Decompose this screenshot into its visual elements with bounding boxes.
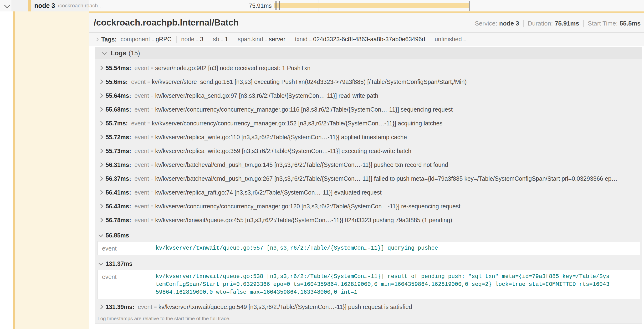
timeline-header[interactable]: 75.91ms [89, 0, 644, 12]
service-color-bar [28, 0, 31, 12]
tag-key: sb [213, 36, 219, 43]
log-timestamp: 131.39ms: [106, 304, 134, 310]
equals-sign: = [264, 37, 268, 42]
log-entry[interactable]: 56.41ms:event=kv/kvserver/replica_raft.g… [95, 186, 642, 199]
log-timestamp: 55.68ms: [106, 106, 131, 113]
log-message: server/node.go:902 [n3] node received re… [155, 64, 310, 72]
span-title: /cockroach.roachpb.Internal/Batch [94, 18, 239, 28]
log-entry-expanded-header[interactable]: 56.85ms [95, 230, 642, 240]
chevron-right-icon [98, 66, 103, 70]
tag-value: 024d3323-6c8f-4863-aa8b-37ab0e63496d [313, 36, 425, 43]
chevron-down-icon [4, 2, 10, 8]
chevron-right-icon [98, 135, 103, 140]
log-tick-mark [276, 1, 277, 10]
log-message: kv/kvserver/replica_raft.go:74 [n3,s3,r6… [155, 189, 382, 196]
tag[interactable]: sb=1 [213, 36, 228, 43]
tag-key: txnid [295, 36, 308, 43]
equals-sign: = [147, 121, 150, 126]
tag-value: 3 [200, 36, 203, 43]
gutter-divider [4, 0, 4, 329]
log-entry[interactable]: 56.31ms:event=kv/kvserver/batcheval/cmd_… [95, 158, 642, 172]
service-label: Service: [475, 20, 497, 27]
log-field-key: event [138, 304, 152, 310]
log-entry[interactable]: 55.54ms:event=server/node.go:902 [n3] no… [95, 61, 642, 75]
tag-key: unfinished [435, 36, 462, 43]
tag-key: component [120, 36, 150, 43]
equals-sign: = [151, 93, 154, 98]
equals-sign: = [152, 37, 154, 42]
span-service-name: node 3 [34, 2, 55, 10]
equals-sign: = [463, 37, 466, 42]
tag-separator [290, 36, 290, 43]
log-field-key: event [134, 203, 149, 210]
log-message: kv/kvserver/replica_write.go:359 [n3,s3,… [155, 148, 412, 154]
tag-separator [430, 36, 430, 43]
chevron-right-icon [98, 190, 103, 195]
log-timestamp: 55.6ms: [106, 78, 128, 85]
chevron-right-icon [98, 304, 103, 309]
log-entry[interactable]: 55.68ms:event=kv/kvserver/concurrency/co… [95, 102, 642, 116]
chevron-right-icon [98, 80, 103, 84]
collapse-children-button[interactable] [5, 4, 9, 8]
start-time-value: 55.5ms [620, 20, 641, 27]
tag[interactable]: node=3 [181, 36, 203, 43]
log-message: kv/kvserver/replica_write.go:110 [n3,s3,… [155, 134, 407, 141]
log-tick-mark [279, 1, 280, 10]
start-time-label: Start Time: [588, 20, 618, 27]
log-entry[interactable]: 56.37ms:event=kv/kvserver/batcheval/cmd_… [95, 172, 642, 186]
tag-key: span.kind [238, 36, 263, 43]
log-entry-expanded-header[interactable]: 131.37ms [95, 259, 642, 269]
log-field-key: event [131, 78, 146, 85]
equals-sign: = [151, 134, 154, 140]
equals-sign: = [151, 148, 154, 154]
tags-accordion-header[interactable]: Tags: component=gRPCnode=3sb=1span.kind=… [89, 33, 644, 46]
span-duration-bar[interactable] [274, 3, 469, 8]
log-tick-mark [274, 1, 274, 10]
log-field-key: event [134, 106, 149, 113]
log-tick-mark [275, 1, 276, 10]
log-entry[interactable]: 55.72ms:event=kv/kvserver/replica_write.… [95, 130, 642, 144]
logs-accordion-header[interactable]: Logs (15) [95, 47, 642, 59]
log-entry[interactable]: 131.39ms:event=kv/kvserver/txnwait/queue… [95, 300, 642, 314]
log-entry[interactable]: 55.64ms:event=kv/kvserver/replica_send.g… [95, 89, 642, 102]
tag-value: server [269, 36, 285, 43]
chevron-right-icon [98, 148, 103, 153]
span-detail-panel: /cockroach.roachpb.Internal/Batch Servic… [89, 12, 644, 329]
log-entry[interactable]: 55.7ms:event=kv/kvserver/concurrency/con… [95, 116, 642, 130]
log-entry[interactable]: 56.78ms:event=kv/kvserver/txnwait/queue.… [95, 213, 642, 227]
tag[interactable]: span.kind=server [238, 36, 285, 43]
log-field-key: event [134, 217, 149, 224]
span-meta: Service:node 3 Duration:75.91ms Start Ti… [475, 20, 641, 27]
log-field-key: event [134, 64, 149, 72]
span-duration-label: 75.91ms [222, 2, 272, 9]
tag[interactable]: unfinished= [435, 36, 468, 43]
log-entry[interactable]: 55.6ms:event=kv/kvserver/store_send.go:1… [95, 75, 642, 89]
equals-sign: = [147, 79, 150, 85]
log-fields-table: eventkv/kvserver/txnwait/queue.go:557 [n… [98, 241, 640, 255]
span-bar-row: node 3 /cockroach.roach… 75.91ms [0, 0, 644, 12]
detail-panel-header: /cockroach.roachpb.Internal/Batch Servic… [89, 13, 644, 46]
tag-separator [232, 36, 233, 43]
tag-separator [176, 36, 176, 43]
log-entry[interactable]: 55.73ms:event=kv/kvserver/replica_write.… [95, 144, 642, 158]
tag[interactable]: component=gRPC [120, 36, 172, 43]
chevron-right-icon [98, 93, 103, 98]
tag-value: 1 [225, 36, 228, 43]
log-message: kv/kvserver/batcheval/cmd_push_txn.go:14… [155, 162, 448, 168]
log-field-key: event [134, 134, 149, 141]
tag[interactable]: txnid=024d3323-6c8f-4863-aa8b-37ab0e6349… [295, 36, 425, 43]
log-entry[interactable]: 56.43ms:event=kv/kvserver/concurrency/co… [95, 199, 642, 213]
chevron-right-icon [98, 121, 103, 126]
log-field-key: event [134, 92, 149, 99]
log-timestamp: 55.54ms: [106, 64, 131, 72]
log-timestamp: 56.41ms: [106, 189, 131, 196]
span-name-cell[interactable]: node 3 /cockroach.roach… [12, 0, 89, 12]
tag-separator [208, 36, 208, 43]
log-marker [469, 1, 470, 11]
logs-footnote: Log timestamps are relative to the start… [95, 314, 642, 323]
log-field-value: kv/kvserver/txnwait/queue.go:538 [n3,s3,… [156, 272, 611, 296]
log-timestamp: 55.64ms: [106, 92, 131, 99]
logs-accordion: Logs (15) 55.54ms:event=server/node.go:9… [95, 47, 642, 324]
log-timestamp: 56.85ms [106, 232, 129, 239]
tags-list: component=gRPCnode=3sb=1span.kind=server… [120, 36, 468, 43]
